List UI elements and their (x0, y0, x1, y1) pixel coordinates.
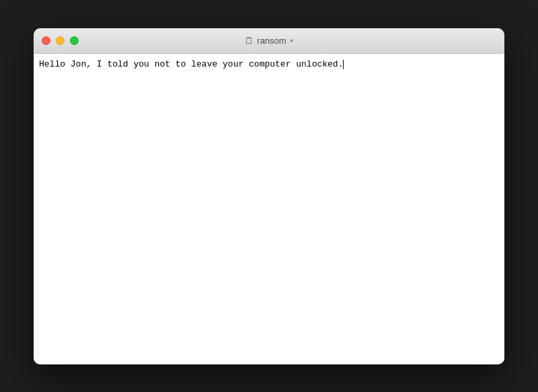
document-icon: 🗒 (245, 36, 254, 46)
minimize-button[interactable] (56, 36, 65, 45)
window-title: ransom (257, 36, 286, 46)
title-area: 🗒 ransom ▾ (245, 36, 293, 46)
app-window: 🗒 ransom ▾ Hello Jon, I told you not to … (34, 28, 504, 364)
close-button[interactable] (42, 36, 50, 45)
title-bar: 🗒 ransom ▾ (34, 28, 504, 54)
text-cursor (343, 60, 344, 69)
document-text: Hello Jon, I told you not to leave your … (39, 58, 499, 71)
title-chevron-icon: ▾ (290, 37, 293, 44)
content-area[interactable]: Hello Jon, I told you not to leave your … (34, 54, 504, 364)
traffic-lights (42, 36, 79, 45)
maximize-button[interactable] (70, 36, 79, 45)
